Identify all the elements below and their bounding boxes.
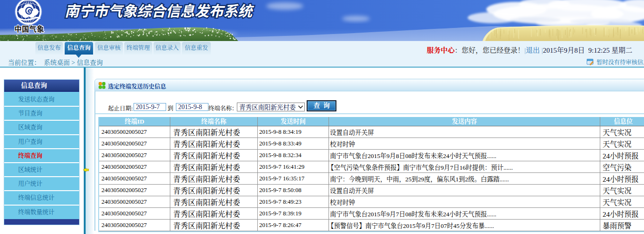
svg-text:中国气象: 中国气象 — [14, 25, 44, 33]
svg-text:南宁市气象综合信息发布系统: 南宁市气象综合信息发布系统 — [65, 3, 255, 20]
